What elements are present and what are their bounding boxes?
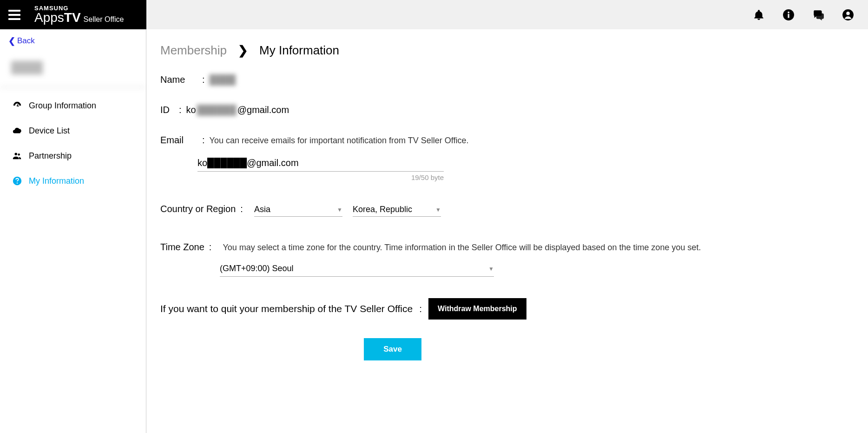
caret-down-icon: ▼ bbox=[337, 207, 342, 213]
logo-seller-text: Seller Office bbox=[84, 16, 124, 23]
logo-tv-text: TV bbox=[64, 11, 81, 24]
sidebar-item-label: My Information bbox=[29, 176, 84, 186]
back-link[interactable]: ❮ Back bbox=[0, 29, 146, 53]
people-icon bbox=[12, 151, 22, 161]
save-button[interactable]: Save bbox=[364, 338, 421, 360]
sidebar-item-my-information[interactable]: My Information bbox=[0, 168, 146, 193]
help-circle-icon bbox=[12, 176, 22, 186]
svg-point-5 bbox=[15, 153, 18, 156]
logo-apps-text: Apps bbox=[34, 11, 64, 24]
breadcrumb-current: My Information bbox=[259, 43, 339, 58]
withdraw-button[interactable]: Withdraw Membership bbox=[428, 298, 526, 320]
region-label: Country or Region bbox=[160, 204, 236, 214]
caret-down-icon: ▼ bbox=[435, 207, 441, 213]
email-input[interactable] bbox=[197, 155, 444, 172]
app-logo[interactable]: SAMSUNG AppsTV Seller Office bbox=[34, 5, 124, 24]
sidebar-item-partnership[interactable]: Partnership bbox=[0, 143, 146, 168]
timezone-label: Time Zone bbox=[160, 242, 204, 253]
sidebar-item-label: Partnership bbox=[29, 151, 72, 161]
name-value: ████ bbox=[210, 74, 236, 85]
continent-value: Asia bbox=[254, 205, 270, 214]
caret-down-icon: ▼ bbox=[488, 266, 494, 272]
dashboard-icon bbox=[12, 100, 22, 111]
id-value: ko██████@gmail.com bbox=[186, 105, 289, 115]
profile-name: ████ bbox=[0, 53, 146, 87]
svg-point-2 bbox=[788, 11, 789, 13]
id-label: ID bbox=[160, 105, 174, 115]
chevron-left-icon: ❮ bbox=[8, 36, 15, 46]
bell-icon[interactable] bbox=[753, 9, 765, 21]
svg-rect-1 bbox=[788, 13, 789, 18]
cloud-icon bbox=[12, 126, 22, 136]
chevron-right-icon: ❯ bbox=[238, 43, 248, 58]
menu-toggle[interactable] bbox=[8, 10, 20, 20]
svg-point-8 bbox=[17, 182, 18, 183]
user-icon[interactable] bbox=[842, 9, 854, 21]
timezone-select[interactable]: (GMT+09:00) Seoul ▼ bbox=[220, 261, 494, 277]
svg-point-4 bbox=[846, 11, 850, 15]
country-value: Korea, Republic bbox=[353, 205, 412, 214]
info-icon[interactable] bbox=[783, 9, 795, 21]
svg-point-6 bbox=[18, 153, 20, 156]
continent-select[interactable]: Asia ▼ bbox=[254, 203, 342, 217]
country-select[interactable]: Korea, Republic ▼ bbox=[353, 203, 441, 217]
sidebar-item-device-list[interactable]: Device List bbox=[0, 118, 146, 143]
sidebar-item-label: Group Information bbox=[29, 101, 96, 111]
chat-icon[interactable] bbox=[812, 9, 824, 21]
back-label: Back bbox=[17, 36, 35, 46]
timezone-value: (GMT+09:00) Seoul bbox=[220, 264, 294, 273]
timezone-description: You may select a time zone for the count… bbox=[223, 243, 868, 253]
sidebar-item-label: Device List bbox=[29, 126, 70, 136]
email-byte-counter: 19/50 byte bbox=[197, 173, 444, 181]
breadcrumb: Membership ❯ My Information bbox=[160, 43, 868, 58]
name-label: Name bbox=[160, 74, 197, 85]
email-description: You can receive emails for important not… bbox=[210, 136, 469, 146]
email-label: Email bbox=[160, 135, 197, 146]
breadcrumb-parent[interactable]: Membership bbox=[160, 43, 227, 58]
withdraw-text: If you want to quit your membership of t… bbox=[160, 303, 413, 314]
sidebar-item-group-information[interactable]: Group Information bbox=[0, 93, 146, 118]
